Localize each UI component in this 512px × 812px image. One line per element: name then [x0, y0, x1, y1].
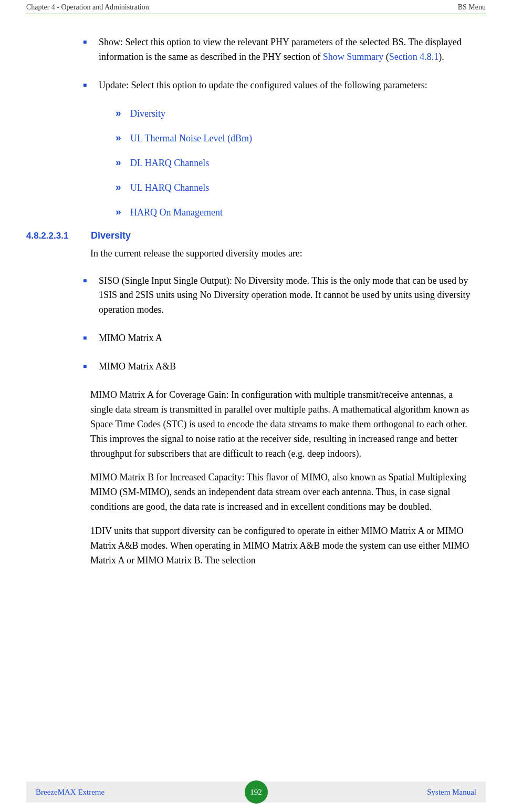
footer-manual: System Manual: [427, 788, 476, 797]
header-menu: BS Menu: [458, 3, 486, 12]
footer-page-number: 192: [245, 780, 268, 804]
para-1div: 1DIV units that support diversity can be…: [90, 524, 475, 568]
sublist-item: DL HARQ Channels: [116, 156, 475, 170]
section-heading: 4.8.2.2.3.1 Diversity: [26, 230, 486, 241]
sublist-item: UL Thermal Noise Level (dBm): [116, 131, 475, 146]
section-number: 4.8.2.2.3.1: [26, 231, 83, 241]
show-text-suffix: ).: [438, 52, 444, 62]
sublist-link-ul-thermal[interactable]: UL Thermal Noise Level (dBm): [130, 133, 252, 143]
section-intro: In the current release the supported div…: [90, 246, 475, 261]
sublist-item: UL HARQ Channels: [116, 181, 475, 195]
list-item-update: Update: Select this option to update the…: [83, 78, 475, 93]
sublist-item: Diversity: [116, 107, 475, 121]
page-header: Chapter 4 - Operation and Administration…: [26, 0, 486, 14]
sublist-link-harq-mgmt[interactable]: HARQ On Management: [130, 207, 223, 218]
header-divider: [26, 14, 486, 14]
list-item-show: Show: Select this option to view the rel…: [83, 35, 475, 65]
update-text: Update: Select this option to update the…: [99, 80, 427, 90]
page-footer: BreezeMAX Extreme 192 System Manual: [26, 782, 486, 812]
bullet-siso: SISO (Single Input Single Output): No Di…: [83, 274, 475, 318]
footer-product: BreezeMAX Extreme: [36, 788, 105, 797]
header-chapter: Chapter 4 - Operation and Administration: [26, 3, 149, 12]
para-mimo-b: MIMO Matrix B for Increased Capacity: Th…: [90, 470, 475, 515]
link-show-summary[interactable]: Show Summary: [323, 52, 384, 62]
show-sep: (: [383, 52, 389, 62]
bullet-mimo-a: MIMO Matrix A: [83, 331, 475, 346]
sublist-item: HARQ On Management: [116, 205, 475, 220]
sublist-link-diversity[interactable]: Diversity: [130, 108, 165, 119]
sublist-link-dl-harq[interactable]: DL HARQ Channels: [130, 158, 209, 168]
sublist-link-ul-harq[interactable]: UL HARQ Channels: [130, 182, 209, 193]
para-mimo-a: MIMO Matrix A for Coverage Gain: In conf…: [90, 388, 475, 461]
content-area: Show: Select this option to view the rel…: [26, 35, 486, 782]
link-section-ref[interactable]: Section 4.8.1: [389, 52, 439, 62]
bullet-mimo-ab: MIMO Matrix A&B: [83, 359, 475, 374]
section-title: Diversity: [91, 230, 131, 241]
page-number: 192: [250, 788, 262, 797]
